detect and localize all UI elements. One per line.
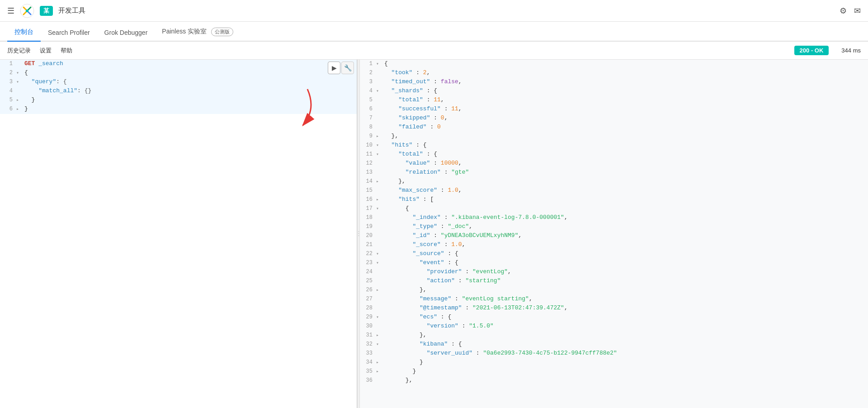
out-line-3: 3 "timed_out" : false, [360, 78, 868, 87]
out-line-22: 22 ▾ "_source" : { [360, 250, 868, 259]
out-line-24: 24 "provider" : "eventLog", [360, 268, 868, 277]
out-line-2: 2 "took" : 2, [360, 69, 868, 78]
main-area: ▶ 🔧 1 GET _search 2 ▾ { 3 ▾ "query": { [0, 60, 868, 408]
out-line-25: 25 "action" : "starting" [360, 277, 868, 286]
editor-line-5: 5 ▸ } [0, 96, 357, 105]
output-panel[interactable]: 1 ▾ { 2 "took" : 2, 3 "timed_out" : fals… [360, 60, 868, 408]
out-line-31: 31 ▸ }, [360, 331, 868, 340]
out-line-15: 15 "max_score" : 1.0, [360, 186, 868, 195]
out-line-19: 19 "_type" : "_doc", [360, 223, 868, 232]
line-content-3: "query": { [23, 78, 357, 85]
editor-line-6: 6 ▸ } [0, 105, 357, 114]
response-time: 344 ms [841, 47, 861, 54]
status-badge: 200 - OK [794, 46, 829, 55]
editor-line-1: 1 GET _search [0, 60, 357, 69]
out-line-21: 21 "_score" : 1.0, [360, 241, 868, 250]
out-line-29: 29 ▾ "ecs" : { [360, 313, 868, 322]
out-line-23: 23 ▾ "event" : { [360, 259, 868, 268]
top-bar-right: ⚙ ✉ [840, 6, 861, 16]
line-arrow-4[interactable] [16, 87, 23, 88]
divider-handle: ··· [355, 231, 362, 237]
line-content-2: { [23, 69, 357, 76]
line-num-5: 5 [0, 96, 16, 103]
line-content-6: } [23, 105, 357, 112]
tab-grok-debugger[interactable]: Grok Debugger [97, 24, 155, 42]
editor-toolbar: ▶ 🔧 [325, 60, 357, 76]
editor-line-3: 3 ▾ "query": { [0, 78, 357, 87]
tab-search-profiler[interactable]: Search Profiler [41, 24, 97, 42]
tab-painless[interactable]: Painless 实验室 公测版 [155, 23, 241, 42]
editor-panel: ▶ 🔧 1 GET _search 2 ▾ { 3 ▾ "query": { [0, 60, 357, 408]
dev-tools-badge: 某 [40, 6, 53, 16]
out-line-28: 28 "@timestamp" : "2021-06-13T02:47:39.4… [360, 304, 868, 313]
line-arrow-6[interactable]: ▸ [16, 105, 23, 112]
out-line-14: 14 ▸ }, [360, 177, 868, 186]
out-line-20: 20 "_id" : "yDNEA3oBCvUEMLxyhNM9", [360, 232, 868, 241]
line-num-3: 3 [0, 78, 16, 85]
out-line-9: 9 ▸ }, [360, 132, 868, 141]
line-content-1: GET _search [23, 60, 357, 67]
out-line-35: 35 ▸ } [360, 367, 868, 376]
out-line-10: 10 ▾ "hits" : { [360, 141, 868, 150]
run-button[interactable]: ▶ [328, 62, 340, 74]
nav-tabs: 控制台 Search Profiler Grok Debugger Painle… [0, 22, 868, 42]
out-line-34: 34 ▸ } [360, 358, 868, 367]
line-arrow-3[interactable]: ▾ [16, 78, 23, 85]
out-line-6: 6 "successful" : 11, [360, 105, 868, 114]
editor-content[interactable]: 1 GET _search 2 ▾ { 3 ▾ "query": { 4 "ma… [0, 60, 357, 408]
out-line-7: 7 "skipped" : 0, [360, 114, 868, 123]
out-line-5: 5 "total" : 11, [360, 96, 868, 105]
mail-icon[interactable]: ✉ [854, 6, 861, 16]
svg-point-1 [26, 9, 28, 12]
settings-button[interactable]: 设置 [40, 47, 52, 55]
line-content-5: } [23, 96, 357, 103]
out-line-8: 8 "failed" : 0 [360, 123, 868, 132]
kibana-logo [20, 4, 34, 18]
out-line-1: 1 ▾ { [360, 60, 868, 69]
out-line-11: 11 ▾ "total" : { [360, 150, 868, 159]
hamburger-menu-icon[interactable]: ☰ [7, 6, 14, 16]
out-line-30: 30 "version" : "1.5.0" [360, 322, 868, 331]
out-line-13: 13 "relation" : "gte" [360, 168, 868, 177]
line-content-4: "match_all": {} [23, 87, 357, 94]
editor-line-2: 2 ▾ { [0, 69, 357, 78]
out-line-4: 4 ▾ "_shards" : { [360, 87, 868, 96]
out-line-32: 32 ▾ "kibana" : { [360, 340, 868, 349]
wrench-button[interactable]: 🔧 [341, 62, 354, 74]
out-line-26: 26 ▸ }, [360, 286, 868, 295]
line-arrow-1[interactable] [16, 60, 23, 61]
line-num-6: 6 [0, 105, 16, 112]
history-button[interactable]: 历史记录 [7, 47, 31, 55]
out-line-17: 17 ▾ { [360, 204, 868, 213]
out-line-12: 12 "value" : 10000, [360, 159, 868, 168]
line-num-2: 2 [0, 69, 16, 76]
editor-line-4: 4 "match_all": {} [0, 87, 357, 96]
line-num-4: 4 [0, 87, 16, 94]
out-line-18: 18 "_index" : ".kibana-event-log-7.8.0-0… [360, 213, 868, 223]
out-line-36: 36 }, [360, 376, 868, 385]
top-bar: ☰ 某 开发工具 ⚙ ✉ [0, 0, 868, 22]
beta-badge: 公测版 [211, 28, 233, 36]
dev-tools-title: 开发工具 [58, 6, 85, 15]
settings-icon[interactable]: ⚙ [840, 6, 847, 16]
line-arrow-5[interactable]: ▸ [16, 96, 23, 103]
sub-toolbar: 历史记录 设置 帮助 200 - OK 344 ms [0, 42, 868, 60]
help-button[interactable]: 帮助 [61, 47, 72, 55]
line-num-1: 1 [0, 60, 16, 67]
out-line-33: 33 "server_uuid" : "0a6e2993-7430-4c75-b… [360, 349, 868, 358]
out-line-16: 16 ▸ "hits" : [ [360, 195, 868, 204]
tab-console[interactable]: 控制台 [7, 24, 41, 42]
line-arrow-2[interactable]: ▾ [16, 69, 23, 76]
out-line-27: 27 "message" : "eventLog starting", [360, 295, 868, 304]
